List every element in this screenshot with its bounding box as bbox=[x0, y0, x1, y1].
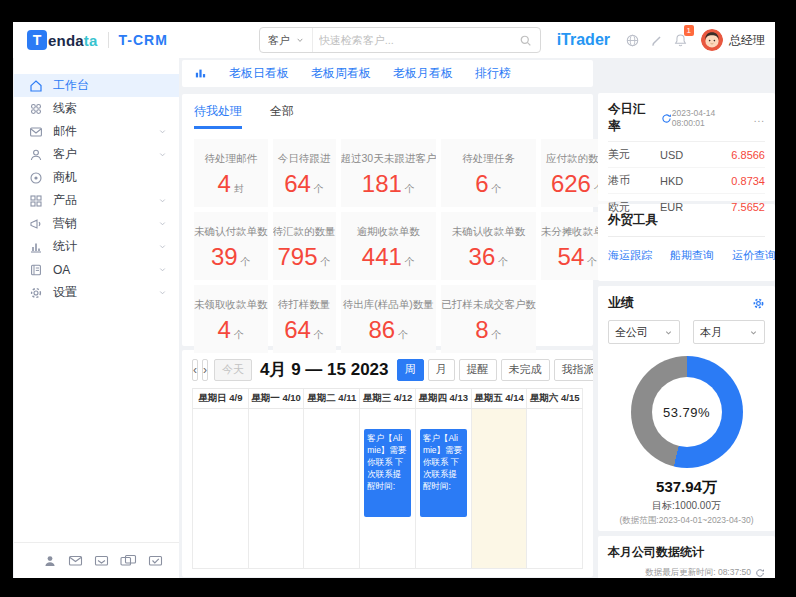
avatar[interactable] bbox=[701, 29, 723, 51]
stat-card-unconfirmed-receipts[interactable]: 未确认收款单数36个 bbox=[441, 212, 536, 280]
tab-boss-weekly-board[interactable]: 老板周看板 bbox=[311, 65, 371, 82]
calendar-title: 4月 9 — 15 2023 bbox=[260, 358, 389, 381]
itrader-logo[interactable]: iTrader bbox=[557, 31, 610, 49]
stat-card-pending-mails[interactable]: 待处理邮件4封 bbox=[194, 139, 268, 207]
more-menu[interactable]: ... bbox=[754, 113, 765, 124]
customer-icon bbox=[29, 148, 43, 162]
dashboard-chart-icon bbox=[194, 67, 207, 80]
chevron-down-icon bbox=[664, 328, 673, 337]
monthly-stats-title: 本月公司数据统计 bbox=[608, 544, 765, 561]
sidebar-item-oa[interactable]: OA bbox=[14, 258, 179, 281]
search-icon[interactable] bbox=[519, 34, 540, 47]
link-shipping-schedule[interactable]: 船期查询 bbox=[670, 248, 714, 263]
user-role[interactable]: 总经理 bbox=[729, 32, 765, 49]
day-header: 星期二 4/11 bbox=[304, 389, 360, 408]
stat-card-grid: 待处理邮件4封 今日待跟进64个 超过30天未跟进客户181个 待处理任务6个 … bbox=[194, 139, 581, 353]
calendar-today-button[interactable]: 今天 bbox=[214, 359, 252, 381]
sidebar-item-opportunities[interactable]: 商机 bbox=[14, 166, 179, 189]
global-search: 客户 bbox=[259, 27, 541, 53]
view-month-button[interactable]: 月 bbox=[428, 359, 455, 381]
refresh-icon[interactable] bbox=[755, 568, 765, 578]
stat-card-pending-samples[interactable]: 待打样数量64个 bbox=[273, 285, 336, 353]
chevron-down-icon bbox=[158, 265, 167, 274]
link-freight-rates[interactable]: 运价查询 bbox=[732, 248, 775, 263]
stat-card-followup-today[interactable]: 今日待跟进64个 bbox=[273, 139, 336, 207]
mail-in-icon[interactable] bbox=[94, 554, 109, 567]
calendar-day-cell[interactable] bbox=[304, 409, 360, 568]
tab-pending-mine[interactable]: 待我处理 bbox=[194, 103, 242, 129]
calendar-next-button[interactable]: › bbox=[202, 359, 208, 381]
sidebar-item-settings[interactable]: 设置 bbox=[14, 281, 179, 304]
sidebar-item-workbench[interactable]: 工作台 bbox=[14, 74, 179, 97]
scope-select[interactable]: 全公司 bbox=[608, 320, 680, 344]
calendar-day-cell[interactable]: 客户【Alimie】需要你联系 下次联系提醒时间: bbox=[416, 409, 472, 568]
calendar-event[interactable]: 客户【Alimie】需要你联系 下次联系提醒时间: bbox=[420, 429, 467, 517]
stat-card-30days-no-followup[interactable]: 超过30天未跟进客户181个 bbox=[341, 139, 437, 207]
chevron-down-icon bbox=[296, 36, 304, 44]
mail-check-icon[interactable] bbox=[148, 554, 163, 567]
filter-reminder-button[interactable]: 提醒 bbox=[459, 359, 497, 381]
stat-card-sample-outbound[interactable]: 待出库(样品单)数量86个 bbox=[341, 285, 437, 353]
todo-tabs: 待我处理 全部 bbox=[194, 103, 581, 129]
filter-unfinished-button[interactable]: 未完成 bbox=[501, 359, 550, 381]
day-header: 星期日 4/9 bbox=[193, 389, 249, 408]
globe-icon[interactable] bbox=[625, 33, 640, 48]
exchange-row-usd: 美元 USD 6.8566 bbox=[608, 142, 765, 168]
product-name: T-CRM bbox=[119, 32, 168, 48]
megaphone-icon bbox=[29, 217, 43, 231]
mail-out-icon[interactable] bbox=[68, 554, 83, 567]
home-icon bbox=[29, 79, 43, 93]
pen-icon[interactable] bbox=[650, 34, 663, 47]
day-header: 星期五 4/14 bbox=[472, 389, 528, 408]
contacts-icon[interactable] bbox=[43, 554, 57, 568]
calendar-day-cell[interactable] bbox=[527, 409, 582, 568]
stat-card-unconfirmed-payments[interactable]: 未确认付款单数39个 bbox=[194, 212, 268, 280]
chevron-down-icon bbox=[158, 242, 167, 251]
mail-icon bbox=[29, 125, 43, 139]
sidebar-item-mail[interactable]: 邮件 bbox=[14, 120, 179, 143]
top-header: T endata T-CRM 客户 iTrader 1 总经理 bbox=[13, 22, 775, 58]
sidebar-item-statistics[interactable]: 统计 bbox=[14, 235, 179, 258]
stat-card-unclaimed-receipts[interactable]: 未领取收款单数4个 bbox=[194, 285, 268, 353]
brand-name: endata bbox=[48, 32, 98, 49]
opportunity-icon bbox=[29, 171, 43, 185]
trade-tools-title: 外贸工具 bbox=[608, 212, 765, 229]
calendar-grid: 客户【Alimie】需要你联系 下次联系提醒时间: 客户【Alimie】需要你联… bbox=[192, 409, 583, 569]
period-select[interactable]: 本月 bbox=[693, 320, 765, 344]
sidebar-item-marketing[interactable]: 营销 bbox=[14, 212, 179, 235]
performance-donut: 53.79% bbox=[631, 356, 743, 468]
gear-icon[interactable] bbox=[752, 297, 765, 310]
board-tab-bar: 老板日看板 老板周看板 老板月看板 排行榜 bbox=[182, 60, 593, 87]
product-grid-icon bbox=[29, 194, 43, 208]
tab-ranking[interactable]: 排行榜 bbox=[475, 65, 511, 82]
sidebar-item-leads[interactable]: 线索 bbox=[14, 97, 179, 120]
tab-boss-monthly-board[interactable]: 老板月看板 bbox=[393, 65, 453, 82]
search-input[interactable] bbox=[313, 34, 519, 46]
exchange-rate-title: 今日汇率 bbox=[608, 101, 657, 135]
calendar-day-cell-today[interactable] bbox=[472, 409, 528, 568]
calendar-toolbar: ‹ › 今天 4月 9 — 15 2023 周 月 提醒 未完成 我指派的 bbox=[192, 358, 593, 381]
stat-card-sampled-not-closed[interactable]: 已打样未成交客户数8个 bbox=[441, 285, 536, 353]
exchange-row-hkd: 港币 HKD 0.8734 bbox=[608, 168, 765, 194]
calendar-prev-button[interactable]: ‹ bbox=[192, 359, 198, 381]
performance-panel: 业绩 全公司 本月 53.79% 537.94万 目标:1000.00万 (数据… bbox=[598, 286, 775, 531]
calendar-panel: ‹ › 今天 4月 9 — 15 2023 周 月 提醒 未完成 我指派的 星期… bbox=[182, 350, 593, 577]
calendar-day-cell[interactable] bbox=[193, 409, 249, 568]
tab-boss-daily-board[interactable]: 老板日看板 bbox=[229, 65, 289, 82]
refresh-icon[interactable] bbox=[661, 113, 672, 124]
calendar-event[interactable]: 客户【Alimie】需要你联系 下次联系提醒时间: bbox=[364, 429, 411, 517]
stat-card-overdue-receipts[interactable]: 逾期收款单数441个 bbox=[341, 212, 437, 280]
tab-all[interactable]: 全部 bbox=[270, 103, 294, 129]
view-week-button[interactable]: 周 bbox=[397, 359, 424, 381]
stat-card-pending-remittance[interactable]: 待汇款的数量795个 bbox=[273, 212, 336, 280]
sidebar-item-products[interactable]: 产品 bbox=[14, 189, 179, 212]
calendar-day-cell[interactable] bbox=[249, 409, 305, 568]
sidebar-item-customers[interactable]: 客户 bbox=[14, 143, 179, 166]
filter-assigned-by-me-button[interactable]: 我指派的 bbox=[554, 359, 593, 381]
calendar-day-cell[interactable]: 客户【Alimie】需要你联系 下次联系提醒时间: bbox=[360, 409, 416, 568]
search-category-select[interactable]: 客户 bbox=[260, 28, 313, 52]
link-sea-tracking[interactable]: 海运跟踪 bbox=[608, 248, 652, 263]
bell-icon[interactable]: 1 bbox=[673, 33, 688, 48]
stat-card-pending-tasks[interactable]: 待处理任务6个 bbox=[441, 139, 536, 207]
mail-stack-icon[interactable] bbox=[120, 554, 137, 567]
